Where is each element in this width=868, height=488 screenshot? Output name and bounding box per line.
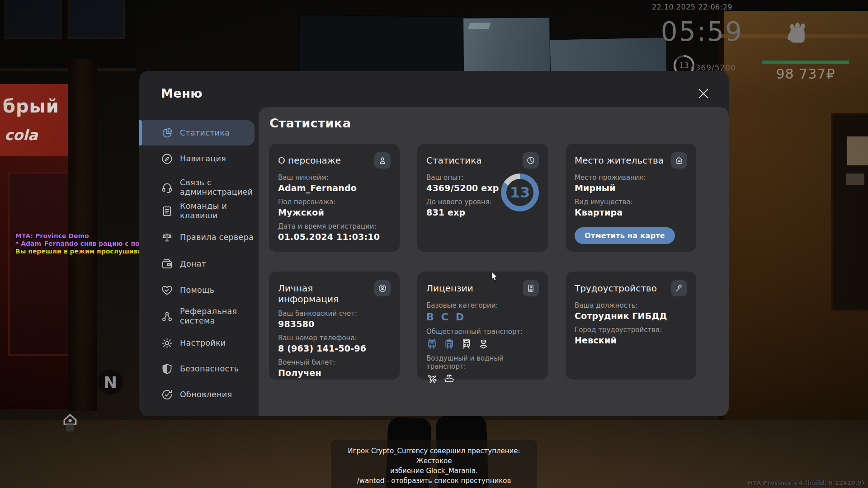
field-label: Вид имущества: xyxy=(575,198,687,206)
money-amount: 98 737₽ xyxy=(761,66,850,82)
menu-title: Меню xyxy=(161,86,203,100)
field-label: Базовые категории: xyxy=(426,301,539,310)
notification-line: /wanted - отобразить список преступников xyxy=(339,476,529,486)
pie-chart-icon xyxy=(161,127,173,139)
category-b: B xyxy=(426,311,434,323)
phone-number-value: 8 (963) 141-50-96 xyxy=(278,343,391,353)
public-transport-licenses xyxy=(426,338,539,349)
person-icon xyxy=(374,152,391,169)
category-c: C xyxy=(441,311,448,323)
close-icon[interactable] xyxy=(697,87,710,100)
menu-panel: Меню Статистика Навигация xyxy=(139,71,729,416)
sidebar-item-donate[interactable]: Донат xyxy=(139,251,256,277)
job-title-value: Сотрудник ГИБДД xyxy=(575,311,687,321)
field-label: Ваш никнейм: xyxy=(278,174,391,182)
card-title: Статистика xyxy=(426,155,482,166)
card-personal-info: Личная информация Ваш банковский счет: 9… xyxy=(269,272,400,380)
card-title: О персонаже xyxy=(278,155,341,166)
notification-line: избиение Glock_Marania. xyxy=(339,466,529,476)
field-label: Воздушный и водный транспорт: xyxy=(426,354,539,371)
train-icon xyxy=(461,338,472,349)
exp-ring: 13 xyxy=(501,174,539,211)
field-label: Ваш банковский счет: xyxy=(278,310,391,318)
update-check-icon xyxy=(161,389,173,401)
card-title: Место жительства xyxy=(575,155,664,166)
crime-notification: Игрок Crypto_Currency совершил преступле… xyxy=(331,440,537,488)
fist-icon xyxy=(786,20,809,47)
field-label: Военный билет: xyxy=(278,358,391,366)
field-label: Место проживания: xyxy=(575,174,687,182)
registration-value: 01.05.2024 11:03:10 xyxy=(278,232,391,242)
game-screen: брый cola 22.10.2025 22:06:29 05:59 13 4… xyxy=(0,0,868,488)
id-card-icon xyxy=(523,280,539,296)
mouse-cursor xyxy=(491,271,499,282)
field-label: Город трудоустройства: xyxy=(575,326,687,334)
gear-icon xyxy=(161,337,173,349)
field-label: Пол персонажа: xyxy=(278,198,391,206)
content-area: Статистика О персонаже Ваш никнейм: Adam… xyxy=(259,107,729,416)
job-city-value: Невский xyxy=(575,335,687,345)
sidebar: Статистика Навигация Связь с администрац… xyxy=(139,107,259,416)
card-statistics: Статистика Ваш опыт: 4369/5200 exp До но… xyxy=(417,144,548,252)
exp-ring-level: 13 xyxy=(506,179,533,206)
wallet-icon xyxy=(161,258,173,270)
property-type-value: Квартира xyxy=(575,207,687,217)
sidebar-item-referral-system[interactable]: Реферальная система xyxy=(139,301,256,332)
sidebar-item-statistics[interactable]: Статистика xyxy=(139,120,256,145)
money-bar xyxy=(762,61,849,64)
card-employment: Трудоустройство Ваша должность: Сотрудни… xyxy=(566,272,696,380)
military-ticket-value: Получен xyxy=(278,368,391,378)
notification-line: Игрок Crypto_Currency совершил преступле… xyxy=(339,446,529,466)
sidebar-item-updates[interactable]: Обновления xyxy=(139,382,256,407)
sidebar-item-commands-keys[interactable]: Команды и клавиши xyxy=(139,196,256,226)
card-residence: Место жительства Место проживания: Мирны… xyxy=(566,144,696,252)
card-title: Личная информация xyxy=(278,283,374,305)
sidebar-item-server-rules[interactable]: Правила сервера xyxy=(139,225,256,250)
headset-icon xyxy=(161,182,173,194)
gender-value: Мужской xyxy=(278,207,391,217)
hud-clock: 05:59 xyxy=(661,16,743,47)
field-label: Дата и время регистрации: xyxy=(278,222,391,230)
card-licenses: Лицензии Базовые категории: B C D Общест… xyxy=(417,272,548,380)
air-water-licenses xyxy=(426,373,539,384)
build-version: MTA Province #4 (build: 6.12420.9) xyxy=(747,479,864,486)
trolleybus-icon xyxy=(426,338,438,349)
field-label: Ваша должность: xyxy=(575,301,687,310)
user-circle-icon xyxy=(374,280,391,296)
sidebar-item-security[interactable]: Безопасность xyxy=(139,356,256,381)
airplane-icon xyxy=(426,373,438,384)
ship-icon xyxy=(443,373,455,384)
hammer-icon xyxy=(671,280,687,296)
nickname-value: Adam_Fernando xyxy=(278,183,391,193)
compass-north: N xyxy=(98,370,123,395)
house-marker-icon xyxy=(62,412,78,433)
hud-datetime: 22.10.2025 22:06:29 xyxy=(652,3,732,11)
shield-icon xyxy=(161,363,173,375)
network-icon xyxy=(161,310,173,323)
scales-icon xyxy=(161,231,173,244)
list-document-icon xyxy=(161,205,173,217)
mark-on-map-button[interactable]: Отметить на карте xyxy=(575,227,675,244)
card-title: Трудоустройство xyxy=(575,283,657,294)
compass-icon xyxy=(161,153,173,165)
pie-clock-icon xyxy=(523,152,539,169)
residence-city-value: Мирный xyxy=(575,183,687,193)
field-label: Общественный транспорт: xyxy=(426,328,539,336)
sidebar-item-settings[interactable]: Настройки xyxy=(139,330,256,356)
license-categories: B C D xyxy=(426,311,539,323)
bank-account-value: 983580 xyxy=(278,319,391,329)
home-icon xyxy=(671,152,687,169)
sidebar-item-navigation[interactable]: Навигация xyxy=(139,146,256,171)
content-heading: Статистика xyxy=(269,116,351,130)
card-about-character: О персонаже Ваш никнейм: Adam_Fernando П… xyxy=(269,144,400,252)
tram-icon xyxy=(443,338,455,349)
conductor-icon xyxy=(478,338,489,349)
card-title: Лицензии xyxy=(426,283,473,294)
category-d: D xyxy=(456,311,464,323)
field-label: Ваш номер телефона: xyxy=(278,334,391,342)
sidebar-item-help[interactable]: Помощь xyxy=(139,277,256,303)
heart-handshake-icon xyxy=(161,284,173,296)
